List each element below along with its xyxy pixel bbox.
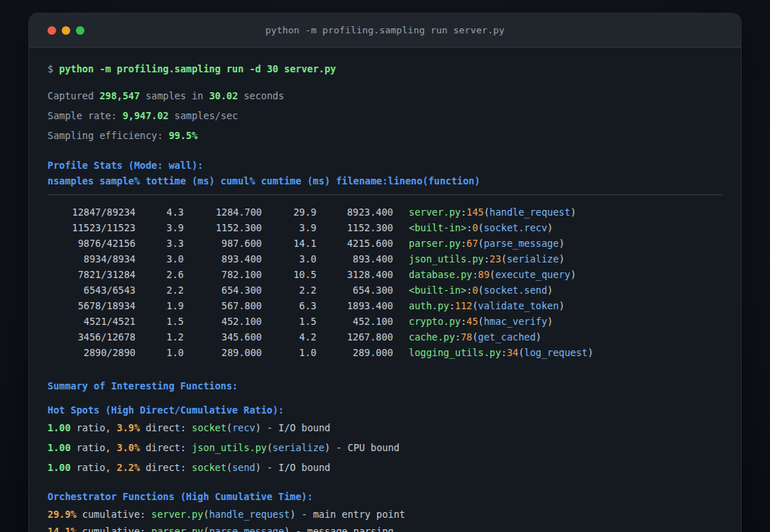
table-row: 8934/89343.0893.4003.0893.400json_utils.… — [48, 251, 722, 267]
prompt-symbol: $ — [48, 63, 53, 74]
terminal-window: python -m profiling.sampling run server.… — [28, 13, 742, 532]
orchestrator-line: 14.1% cumulative: parser.py(parse_messag… — [48, 524, 722, 532]
duration-value: 30.02 — [209, 90, 238, 101]
efficiency-line: Sampling efficiency: 99.5% — [48, 128, 722, 143]
efficiency-value: 99.5% — [169, 130, 198, 141]
hotspot-target: json_utils.py(serialize) — [192, 442, 330, 453]
table-row: 4521/45211.5452.1001.5452.100crypto.py:4… — [48, 314, 722, 329]
table-row: 12847/892344.31284.70029.98923.400server… — [48, 204, 722, 220]
orchestrator-target: parser.py(parse_message) — [151, 526, 290, 532]
captured-stats-line: Captured 298,547 samples in 30.02 second… — [48, 89, 722, 103]
table-row: 6543/65432.2654.3002.2654.300<built-in>:… — [48, 282, 722, 298]
desktop: { "window": { "title": "python -m profil… — [0, 0, 770, 532]
hotspot-line: 1.00 ratio, 3.9% direct: socket(recv) - … — [48, 421, 722, 435]
table-row: 2890/28901.0289.0001.0289.000logging_uti… — [48, 345, 722, 360]
function-location: parser.py:67(parse_message) — [409, 235, 565, 251]
hotspot-line: 1.00 ratio, 2.2% direct: socket(send) - … — [48, 460, 722, 475]
table-row: 7821/312842.6782.10010.53128.400database… — [48, 267, 722, 282]
close-button[interactable] — [48, 26, 56, 35]
command-line: $ python -m profiling.sampling run -d 30… — [48, 62, 722, 76]
terminal-body[interactable]: $ python -m profiling.sampling run -d 30… — [29, 48, 741, 532]
function-location: crypto.py:45(hmac_verify) — [409, 314, 553, 329]
table-row: 11523/115233.91152.3003.91152.300<built-… — [48, 220, 722, 235]
hotspots-heading: Hot Spots (High Direct/Cumulative Ratio)… — [48, 403, 722, 417]
function-location: database.py:89(execute_query) — [409, 267, 576, 282]
table-row: 5678/189341.9567.8006.31893.400auth.py:1… — [48, 298, 722, 314]
summary-heading: Summary of Interesting Functions: — [48, 379, 722, 393]
samples-count: 298,547 — [99, 90, 140, 101]
function-location: logging_utils.py:34(log_request) — [409, 345, 593, 360]
table-column-header: nsamples sample% tottime (ms) cumul% cum… — [48, 174, 722, 188]
hotspot-target: socket(send) — [192, 462, 261, 473]
rate-value: 9,947.02 — [123, 110, 169, 121]
hotspot-line: 1.00 ratio, 3.0% direct: json_utils.py(s… — [48, 440, 722, 455]
table-row: 3456/126781.2345.6004.21267.800cache.py:… — [48, 329, 722, 345]
function-location: json_utils.py:23(serialize) — [409, 251, 565, 267]
sample-rate-line: Sample rate: 9,947.02 samples/sec — [48, 109, 722, 123]
window-controls — [29, 26, 84, 35]
command-text: python -m profiling.sampling run -d 30 s… — [59, 63, 336, 74]
profile-table: 12847/892344.31284.70029.98923.400server… — [48, 204, 722, 360]
table-divider — [48, 194, 722, 195]
function-location: server.py:145(handle_request) — [409, 204, 576, 220]
minimize-button[interactable] — [62, 26, 70, 35]
table-row: 9876/421563.3987.60014.14215.600parser.p… — [48, 235, 722, 251]
function-location: <built-in>:0(socket.recv) — [409, 220, 553, 235]
orchestrator-target: server.py(handle_request) — [151, 509, 295, 520]
window-title: python -m profiling.sampling run server.… — [29, 25, 741, 35]
function-location: auth.py:112(validate_token) — [409, 298, 565, 314]
function-location: cache.py:78(get_cached) — [409, 329, 541, 345]
orchestrators-heading: Orchestrator Functions (High Cumulative … — [48, 489, 722, 504]
function-location: <built-in>:0(socket.send) — [409, 282, 553, 298]
maximize-button[interactable] — [76, 26, 84, 35]
titlebar[interactable]: python -m profiling.sampling run server.… — [29, 13, 741, 48]
hotspot-target: socket(recv) — [192, 422, 261, 433]
orchestrator-line: 29.9% cumulative: server.py(handle_reque… — [48, 507, 722, 521]
profile-stats-heading: Profile Stats (Mode: wall): — [48, 158, 722, 172]
